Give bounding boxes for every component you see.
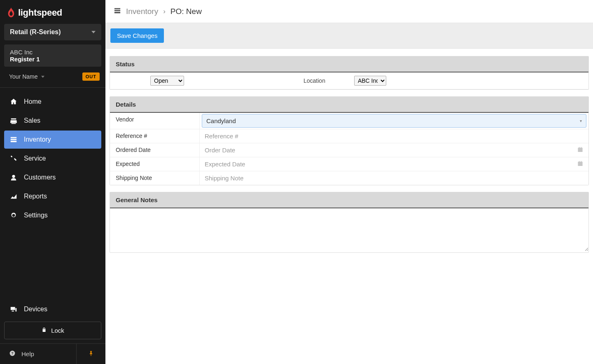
user-name: Your Name xyxy=(9,73,38,80)
expected-date-input[interactable] xyxy=(200,157,588,171)
shipping-note-input[interactable] xyxy=(200,171,588,185)
company-register-box[interactable]: ABC Inc Register 1 xyxy=(4,44,101,67)
gear-icon xyxy=(10,212,17,219)
nav-customers[interactable]: Customers xyxy=(4,168,101,187)
brand-name: lightspeed xyxy=(18,7,62,18)
reference-input[interactable] xyxy=(200,129,588,143)
vendor-value: Candyland xyxy=(206,117,236,124)
nav-home[interactable]: Home xyxy=(4,93,101,111)
nav-devices[interactable]: Devices xyxy=(0,300,105,318)
location-label: Location xyxy=(304,77,325,84)
user-menu[interactable]: Your Name xyxy=(9,73,44,80)
pin-button[interactable] xyxy=(77,344,105,364)
tools-icon xyxy=(10,155,17,162)
devices-icon xyxy=(10,306,17,313)
reports-icon xyxy=(10,193,17,200)
location-select[interactable]: ABC Inc xyxy=(354,76,386,86)
logo: lightspeed xyxy=(0,0,105,24)
help-icon: ? xyxy=(9,350,16,358)
action-bar: Save Changes xyxy=(105,23,593,49)
nav-label: Reports xyxy=(24,193,47,200)
nav-label: Settings xyxy=(24,212,48,219)
general-notes-textarea[interactable] xyxy=(110,208,588,251)
inventory-icon xyxy=(114,7,121,15)
register-icon xyxy=(10,117,17,124)
chevron-down-icon xyxy=(91,31,96,33)
general-notes-panel: General Notes xyxy=(110,192,589,253)
nav-reports[interactable]: Reports xyxy=(4,187,101,205)
lock-icon xyxy=(41,327,47,334)
sidebar: lightspeed Retail (R-Series) ABC Inc Reg… xyxy=(0,0,105,364)
nav-service[interactable]: Service xyxy=(4,149,101,168)
sidebar-footer: ? Help xyxy=(0,343,105,364)
customers-icon xyxy=(10,174,17,181)
main-nav: Home Sales Inventory Service xyxy=(0,91,105,226)
main-content: Inventory › PO: New Save Changes Status … xyxy=(105,0,593,364)
clock-out-badge[interactable]: OUT xyxy=(82,72,100,81)
nav-label: Service xyxy=(24,155,46,162)
chevron-right-icon: › xyxy=(163,7,166,16)
nav-label: Devices xyxy=(24,306,47,313)
nav-settings[interactable]: Settings xyxy=(4,206,101,224)
lock-button[interactable]: Lock xyxy=(4,322,101,339)
reference-label: Reference # xyxy=(110,129,200,143)
lock-label: Lock xyxy=(51,327,64,334)
svg-text:?: ? xyxy=(11,351,13,355)
chevron-down-icon xyxy=(41,76,44,78)
status-panel: Status Open Location ABC Inc xyxy=(110,56,589,90)
vendor-label: Vendor xyxy=(110,113,200,129)
status-select[interactable]: Open xyxy=(150,76,184,86)
product-line-select[interactable]: Retail (R-Series) xyxy=(4,24,101,40)
ordered-date-input[interactable] xyxy=(200,143,588,157)
chevron-down-icon: ▾ xyxy=(580,119,582,123)
vendor-select[interactable]: Candyland ▾ xyxy=(202,114,586,128)
pin-icon xyxy=(88,350,94,358)
nav-label: Sales xyxy=(24,117,40,124)
flame-icon xyxy=(7,7,16,18)
shipping-note-label: Shipping Note xyxy=(110,171,200,185)
panel-header-general-notes: General Notes xyxy=(110,192,588,208)
help-link[interactable]: ? Help xyxy=(0,344,77,364)
svg-point-0 xyxy=(12,175,15,178)
save-changes-button[interactable]: Save Changes xyxy=(110,28,164,43)
nav-label: Inventory xyxy=(24,136,51,143)
divider xyxy=(0,87,105,88)
register-name: Register 1 xyxy=(10,56,96,63)
help-label: Help xyxy=(21,350,34,357)
company-name: ABC Inc xyxy=(10,49,96,56)
inventory-icon xyxy=(10,136,17,143)
panel-header-status: Status xyxy=(110,56,588,72)
nav-label: Home xyxy=(24,98,42,105)
breadcrumb-current: PO: New xyxy=(170,7,202,16)
nav-sales[interactable]: Sales xyxy=(4,112,101,130)
breadcrumb-inventory[interactable]: Inventory xyxy=(126,7,158,16)
home-icon xyxy=(10,98,17,105)
nav-label: Customers xyxy=(24,174,56,181)
ordered-date-label: Ordered Date xyxy=(110,143,200,157)
expected-date-label: Expected xyxy=(110,157,200,171)
nav-inventory[interactable]: Inventory xyxy=(4,131,101,149)
product-line-label: Retail (R-Series) xyxy=(10,28,61,36)
details-panel: Details Vendor Candyland ▾ Reference # xyxy=(110,96,589,185)
panel-header-details: Details xyxy=(110,97,588,113)
breadcrumb: Inventory › PO: New xyxy=(105,0,593,23)
